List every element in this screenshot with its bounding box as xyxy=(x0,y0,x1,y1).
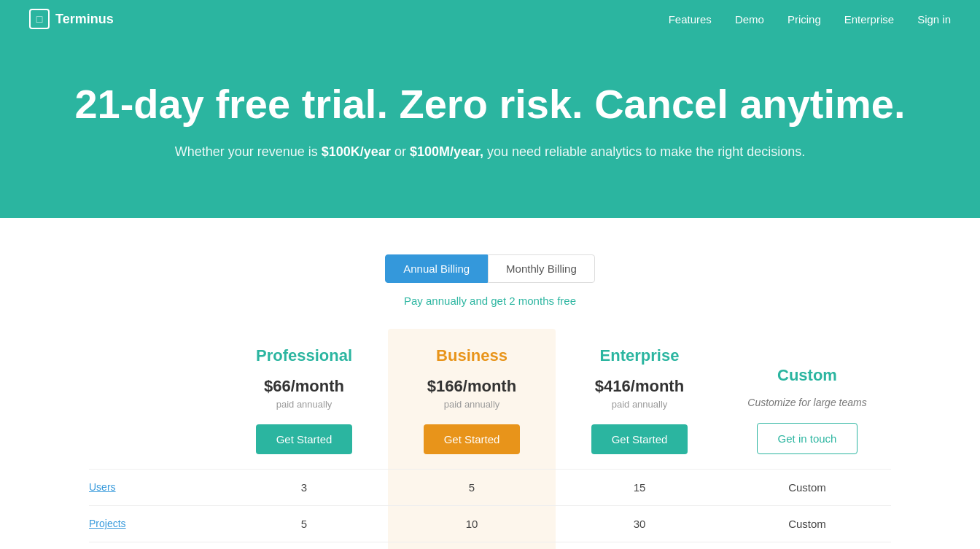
monthly-billing-button[interactable]: Monthly Billing xyxy=(488,254,595,283)
annual-note: Pay annually and get 2 months free xyxy=(29,295,951,307)
feature-val-projects-professional: 5 xyxy=(220,506,388,542)
plan-professional-period: paid annually xyxy=(235,399,373,410)
custom-get-in-touch-button[interactable]: Get in touch xyxy=(757,423,858,454)
logo: □ Terminus xyxy=(29,9,114,29)
plans-row: Professional $66/month paid annually Get… xyxy=(89,329,891,469)
feature-val-domains-business: 3 xyxy=(388,542,556,549)
annual-billing-button[interactable]: Annual Billing xyxy=(385,254,488,283)
professional-get-started-button[interactable]: Get Started xyxy=(256,424,353,454)
plan-custom-name: Custom xyxy=(738,366,876,385)
pricing-table: Professional $66/month paid annually Get… xyxy=(89,329,891,549)
feature-val-domains-enterprise: 5 xyxy=(556,542,723,549)
feature-val-projects-custom: Custom xyxy=(723,506,891,542)
feature-val-users-business: 5 xyxy=(388,470,556,505)
plan-business-price: $166/month xyxy=(402,377,541,396)
nav-signin[interactable]: Sign in xyxy=(917,13,951,26)
feature-label-projects[interactable]: Projects xyxy=(89,506,220,541)
feature-val-users-custom: Custom xyxy=(723,470,891,505)
feature-label-custom-domains[interactable]: Custom Domains xyxy=(89,542,220,549)
enterprise-get-started-button[interactable]: Get Started xyxy=(591,424,688,454)
plan-professional: Professional $66/month paid annually Get… xyxy=(220,329,388,469)
plan-enterprise: Enterprise $416/month paid annually Get … xyxy=(556,329,723,469)
feature-val-projects-business: 10 xyxy=(388,506,556,542)
feature-row-custom-domains: Custom Domains 2 3 5 Custom xyxy=(89,542,891,549)
nav-enterprise[interactable]: Enterprise xyxy=(844,13,894,26)
plan-professional-price: $66/month xyxy=(235,377,373,396)
hero-section: 21-day free trial. Zero risk. Cancel any… xyxy=(0,38,980,218)
nav-features[interactable]: Features xyxy=(669,13,712,26)
plan-business: Business $166/month paid annually Get St… xyxy=(388,329,556,469)
plan-custom: Custom Customize for large teams Get in … xyxy=(723,349,891,469)
feature-val-domains-professional: 2 xyxy=(220,542,388,549)
feature-row-users: Users 3 5 15 Custom xyxy=(89,469,891,505)
site-header: □ Terminus Features Demo Pricing Enterpr… xyxy=(0,0,980,38)
main-nav: Features Demo Pricing Enterprise Sign in xyxy=(669,13,951,26)
feature-val-domains-custom: Custom xyxy=(723,542,891,549)
hero-subtext: Whether your revenue is $100K/year or $1… xyxy=(29,144,951,160)
plan-enterprise-period: paid annually xyxy=(570,399,709,410)
nav-demo[interactable]: Demo xyxy=(735,13,764,26)
plan-business-name: Business xyxy=(402,346,541,365)
feature-label-users[interactable]: Users xyxy=(89,470,220,505)
logo-icon: □ xyxy=(29,9,50,29)
plan-custom-tagline: Customize for large teams xyxy=(738,397,876,408)
feature-val-users-enterprise: 15 xyxy=(556,470,723,505)
features-table: Users 3 5 15 Custom Projects 5 10 30 Cus… xyxy=(89,469,891,549)
logo-text: Terminus xyxy=(55,12,114,27)
business-get-started-button[interactable]: Get Started xyxy=(424,424,521,454)
billing-toggle: Annual Billing Monthly Billing xyxy=(29,254,951,283)
feature-val-users-professional: 3 xyxy=(220,470,388,505)
plan-enterprise-name: Enterprise xyxy=(570,346,709,365)
plan-enterprise-price: $416/month xyxy=(570,377,709,396)
hero-headline: 21-day free trial. Zero risk. Cancel any… xyxy=(29,82,951,127)
pricing-section: Annual Billing Monthly Billing Pay annua… xyxy=(0,218,980,549)
feature-row-projects: Projects 5 10 30 Custom xyxy=(89,505,891,542)
nav-pricing[interactable]: Pricing xyxy=(788,13,821,26)
plan-professional-name: Professional xyxy=(235,346,373,365)
plan-business-period: paid annually xyxy=(402,399,541,410)
feature-val-projects-enterprise: 30 xyxy=(556,506,723,542)
